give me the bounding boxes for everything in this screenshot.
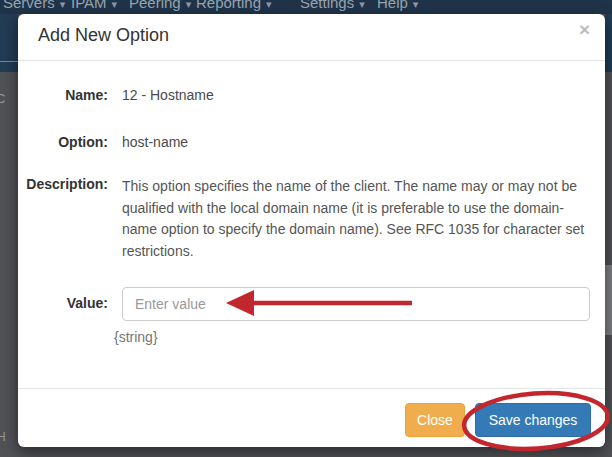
dialog-header: Add New Option × (18, 14, 605, 61)
chevron-down-icon: ▾ (266, 0, 272, 10)
dialog-title: Add New Option (38, 25, 169, 46)
option-label: Option: (18, 134, 108, 150)
description-value: This option specifies the name of the cl… (122, 176, 594, 262)
add-new-option-dialog: Add New Option × Name: 12 - Hostname Opt… (18, 14, 605, 447)
top-navbar: Servers▾ IPAM▾ Peering▾ Reporting▾ Setti… (0, 0, 612, 14)
value-input[interactable] (122, 287, 590, 321)
save-changes-button[interactable]: Save changes (475, 403, 591, 437)
nav-item-reporting[interactable]: Reporting▾ (196, 0, 272, 11)
name-value: 12 - Hostname (122, 87, 214, 103)
close-button[interactable]: Close (405, 403, 465, 437)
description-label: Description: (18, 176, 108, 192)
value-label: Value: (18, 295, 108, 311)
chevron-down-icon: ▾ (413, 0, 419, 10)
close-icon[interactable]: × (579, 20, 590, 39)
chevron-down-icon: ▾ (359, 0, 365, 10)
footer-divider (18, 388, 605, 389)
nav-item-help[interactable]: Help▾ (377, 0, 418, 11)
option-value: host-name (122, 134, 188, 150)
name-label: Name: (18, 87, 108, 103)
nav-item-ipam[interactable]: IPAM▾ (71, 0, 117, 11)
page-scrollbar-thumb (605, 265, 612, 335)
nav-item-servers[interactable]: Servers▾ (3, 0, 65, 11)
navbar-right-remnant (605, 14, 612, 72)
background-text-fragment: H (0, 430, 6, 444)
navbar-left-remnant (0, 14, 18, 72)
background-text-fragment: C (0, 91, 5, 106)
background-page-line (0, 61, 18, 62)
nav-item-peering[interactable]: Peering▾ (129, 0, 191, 11)
value-type-hint: {string} (114, 329, 158, 345)
chevron-down-icon: ▾ (112, 0, 118, 10)
chevron-down-icon: ▾ (60, 0, 66, 10)
nav-item-settings[interactable]: Settings▾ (300, 0, 365, 11)
chevron-down-icon: ▾ (186, 0, 192, 10)
